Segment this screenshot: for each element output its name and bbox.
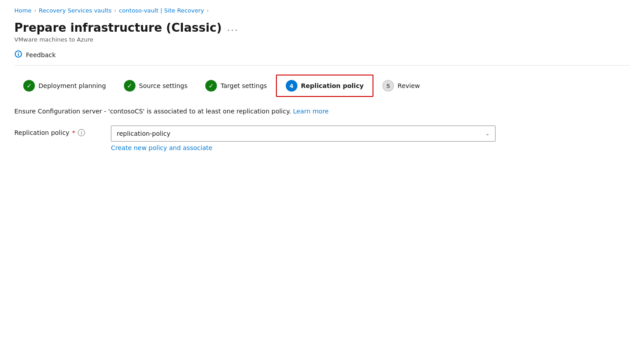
step-label-4: Replication policy	[301, 82, 364, 89]
step-label-3: Target settings	[220, 82, 267, 89]
breadcrumb-recovery-vaults[interactable]: Recovery Services vaults	[39, 7, 112, 14]
form-label-text: Replication policy	[14, 129, 69, 136]
wizard-step-replication-policy[interactable]: 4 Replication policy	[276, 75, 373, 97]
breadcrumb-separator-2: ›	[114, 8, 116, 13]
step-label-1: Deployment planning	[38, 82, 106, 89]
step-badge-4: 4	[286, 80, 297, 92]
wizard-step-review[interactable]: 5 Review	[373, 75, 429, 96]
more-options-button[interactable]: ...	[227, 22, 238, 33]
step-label-2: Source settings	[139, 82, 187, 89]
info-text: Ensure Configuration server - 'contosoCS…	[14, 108, 630, 115]
replication-policy-dropdown[interactable]: replication-policy ⌄	[111, 126, 496, 142]
step-badge-5: 5	[382, 80, 394, 92]
step-badge-1	[23, 80, 35, 92]
page-header: Prepare infrastructure (Classic) ... VMw…	[14, 21, 630, 43]
breadcrumb-separator-1: ›	[34, 8, 36, 13]
breadcrumb: Home › Recovery Services vaults › contos…	[14, 7, 630, 14]
page-container: Home › Recovery Services vaults › contos…	[0, 0, 644, 339]
dropdown-value: replication-policy	[117, 130, 170, 137]
wizard-step-deployment-planning[interactable]: Deployment planning	[14, 75, 115, 96]
step-badge-2	[124, 80, 136, 92]
form-row-replication-policy: Replication policy * i replication-polic…	[14, 126, 630, 151]
info-tooltip-icon[interactable]: i	[78, 129, 85, 136]
svg-point-0	[18, 52, 19, 53]
breadcrumb-home[interactable]: Home	[14, 7, 31, 14]
chevron-down-icon: ⌄	[485, 130, 490, 137]
page-subtitle: VMware machines to Azure	[14, 36, 630, 43]
required-indicator: *	[72, 129, 75, 136]
wizard-step-source-settings[interactable]: Source settings	[115, 75, 196, 96]
feedback-icon	[14, 50, 22, 60]
dropdown-container: replication-policy ⌄ Create new policy a…	[111, 126, 496, 151]
wizard-step-target-settings[interactable]: Target settings	[196, 75, 276, 96]
learn-more-link[interactable]: Learn more	[293, 108, 329, 115]
create-new-policy-link[interactable]: Create new policy and associate	[111, 144, 496, 151]
breadcrumb-vault[interactable]: contoso-vault | Site Recovery	[119, 7, 204, 14]
form-label-replication-policy: Replication policy * i	[14, 126, 104, 136]
wizard-steps: Deployment planning Source settings Targ…	[14, 75, 630, 97]
page-title: Prepare infrastructure (Classic)	[14, 21, 222, 34]
feedback-label[interactable]: Feedback	[26, 51, 56, 59]
svg-rect-1	[18, 54, 19, 56]
step-badge-3	[205, 80, 217, 92]
step-label-5: Review	[398, 82, 420, 89]
feedback-bar: Feedback	[14, 50, 630, 66]
breadcrumb-separator-3: ›	[207, 8, 208, 13]
